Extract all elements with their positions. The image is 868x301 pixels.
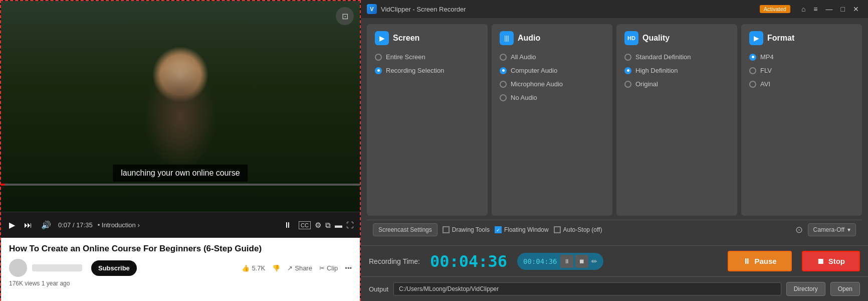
format-icon: ▶ [749, 31, 763, 45]
next-button[interactable]: ⏭ [22, 219, 34, 232]
entire-screen-option[interactable]: Entire Screen [375, 53, 480, 61]
action-row: 👍 5.7K 👎 ↗ Share ✂ Clip ••• [242, 264, 352, 272]
time-controls: ⏸ ⏹ [560, 255, 588, 268]
video-area: launching your own online course ⊡ [1, 1, 360, 212]
original-radio[interactable] [624, 81, 631, 88]
options-grid: ▶ Screen Entire Screen Recording Selecti… [367, 24, 862, 216]
activated-badge: Activated [760, 5, 790, 13]
standard-definition-option[interactable]: Standard Definition [624, 53, 729, 61]
home-button[interactable]: ⌂ [798, 4, 808, 14]
pause-recording-button[interactable]: ⏸ [560, 255, 573, 268]
auto-stop-checkbox[interactable] [554, 226, 561, 233]
like-button[interactable]: 👍 5.7K [242, 264, 265, 272]
progress-bar-fill [1, 184, 5, 186]
output-path-input[interactable] [393, 282, 781, 295]
output-section: Output Directory Open [361, 276, 868, 301]
all-audio-radio[interactable] [500, 54, 507, 61]
channel-name [32, 264, 82, 271]
mp4-option[interactable]: MP4 [749, 53, 854, 61]
directory-button[interactable]: Directory [786, 282, 825, 296]
computer-audio-option[interactable]: Computer Audio [500, 67, 604, 74]
app-title: VidClipper - Screen Recorder [381, 6, 756, 13]
dislike-button[interactable]: 👎 [272, 264, 280, 272]
mp4-radio[interactable] [749, 54, 756, 61]
high-definition-label: High Definition [635, 67, 678, 74]
standard-definition-label: Standard Definition [635, 53, 691, 61]
auto-stop-checkbox-row[interactable]: Auto-Stop (off) [554, 226, 602, 233]
stop-label: Stop [828, 257, 845, 265]
fullscreen-icon[interactable]: ⛶ [346, 221, 354, 229]
microphone-audio-option[interactable]: Microphone Audio [500, 80, 604, 88]
no-audio-radio[interactable] [500, 94, 507, 101]
audio-title: Audio [518, 34, 540, 43]
pause-label: Pause [754, 257, 776, 265]
clip-button[interactable]: ✂ Clip [319, 264, 338, 272]
all-audio-label: All Audio [511, 53, 536, 61]
flv-radio[interactable] [749, 67, 756, 74]
recording-time: 00:04:36 [430, 252, 507, 271]
drawing-tools-checkbox-row[interactable]: Drawing Tools [443, 226, 490, 233]
more-button[interactable]: ••• [345, 264, 352, 272]
recording-selection-radio[interactable] [375, 67, 382, 74]
theater-icon[interactable]: ▬ [335, 221, 342, 229]
avi-label: AVI [760, 80, 770, 88]
pause-button-main[interactable]: ⏸ Pause [728, 251, 791, 271]
audio-card-header: ||| Audio [500, 31, 604, 45]
avi-option[interactable]: AVI [749, 80, 854, 88]
play-button[interactable]: ▶ [7, 218, 17, 232]
avatar [9, 259, 27, 277]
quality-title: Quality [642, 34, 670, 43]
camera-label: Camera-Off [813, 226, 844, 233]
video-title: How To Create an Online Course For Begin… [9, 244, 352, 254]
mute-button[interactable]: 🔊 [39, 218, 53, 232]
high-definition-radio[interactable] [624, 67, 631, 74]
recording-selection-option[interactable]: Recording Selection [375, 67, 480, 74]
share-button[interactable]: ↗ Share [287, 264, 312, 272]
auto-stop-label: Auto-Stop (off) [563, 226, 602, 233]
camera-overlay-icon: ⊡ [336, 7, 354, 25]
all-audio-option[interactable]: All Audio [500, 53, 604, 61]
screencast-settings-button[interactable]: Screencast Settings [373, 223, 438, 236]
camera-dropdown[interactable]: Camera-Off ▾ [808, 223, 856, 236]
no-audio-label: No Audio [511, 94, 537, 101]
entire-screen-radio[interactable] [375, 54, 382, 61]
stop-recording-small-button[interactable]: ⏹ [575, 255, 588, 268]
maximize-button[interactable]: □ [838, 4, 848, 14]
video-controls-bar: ▶ ⏭ 🔊 0:07 / 17:35 • Introduction › ⏸ CC… [1, 212, 360, 238]
high-definition-option[interactable]: High Definition [624, 67, 729, 74]
channel-row: Subscribe 👍 5.7K 👎 ↗ Share ✂ Clip ••• [9, 259, 352, 277]
original-label: Original [635, 80, 658, 88]
right-panel: V VidClipper - Screen Recorder Activated… [361, 0, 868, 301]
time-bubble: 00:04:36 ⏸ ⏹ ✏ [517, 253, 603, 270]
quality-icon: HD [624, 31, 638, 45]
miniplayer-icon[interactable]: ⧉ [325, 221, 331, 230]
subscribe-button[interactable]: Subscribe [91, 260, 137, 276]
minimize-button[interactable]: — [823, 4, 836, 14]
format-card-header: ▶ Format [749, 31, 854, 45]
pause-button[interactable]: ⏸ [282, 219, 294, 232]
output-label: Output [369, 285, 388, 293]
stop-button-main[interactable]: ⏹ Stop [802, 251, 860, 271]
flv-option[interactable]: FLV [749, 67, 854, 74]
no-audio-option[interactable]: No Audio [500, 94, 604, 101]
mp4-label: MP4 [760, 53, 774, 61]
progress-bar-container[interactable] [1, 184, 360, 186]
close-button[interactable]: ✕ [850, 4, 862, 14]
subtitles-icon[interactable]: CC [299, 221, 311, 229]
quality-card: HD Quality Standard Definition High Defi… [616, 24, 737, 216]
standard-definition-radio[interactable] [624, 54, 631, 61]
webcam-icon: ⊙ [795, 224, 803, 235]
floating-window-checkbox-row[interactable]: ✓ Floating Window [495, 226, 549, 233]
drawing-tools-checkbox[interactable] [443, 226, 450, 233]
settings-icon[interactable]: ⚙ [315, 221, 321, 230]
open-button[interactable]: Open [830, 282, 860, 296]
edit-time-button[interactable]: ✏ [591, 257, 597, 265]
chapter-label: • Introduction › [98, 221, 140, 229]
computer-audio-radio[interactable] [500, 67, 507, 74]
menu-button[interactable]: ≡ [810, 4, 820, 14]
floating-window-checkbox[interactable]: ✓ [495, 226, 502, 233]
microphone-audio-radio[interactable] [500, 81, 507, 88]
avi-radio[interactable] [749, 81, 756, 88]
original-option[interactable]: Original [624, 80, 729, 88]
microphone-audio-label: Microphone Audio [511, 80, 563, 88]
